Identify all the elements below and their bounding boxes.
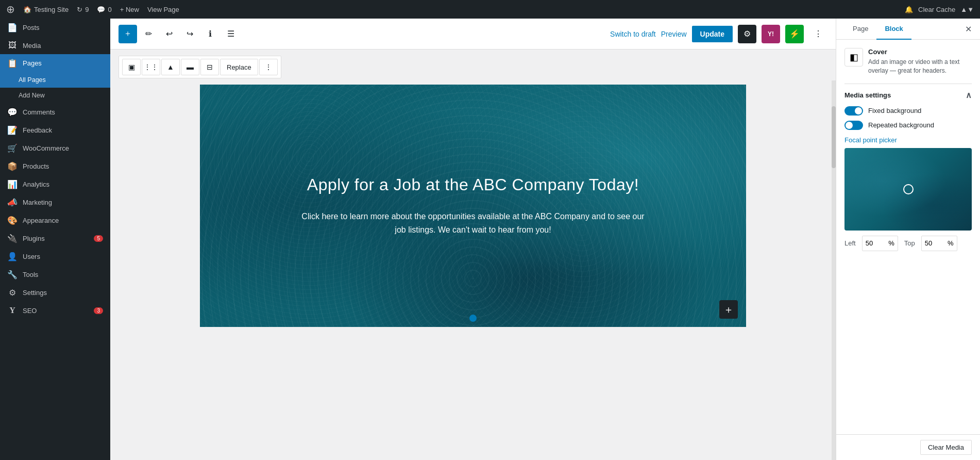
switch-draft-button[interactable]: Switch to draft [610, 30, 656, 38]
comments-icon: 💬 [7, 107, 18, 117]
replace-button[interactable]: Replace [220, 59, 258, 75]
width-button[interactable]: ⊟ [200, 59, 219, 75]
panel-close-button[interactable]: ✕ [965, 24, 972, 34]
media-icon: 🖼 [7, 41, 18, 50]
settings-panel-button[interactable]: ⚙ [738, 25, 756, 43]
panel-footer: Clear Media [836, 434, 980, 460]
right-panel: Page Block ✕ ◧ Cover Add an image or vid… [836, 19, 980, 460]
add-block-button[interactable]: ＋ [119, 25, 137, 43]
block-type-button[interactable]: ▣ [122, 59, 141, 75]
comment-icon: 💬 [97, 6, 105, 13]
pages-icon: 📋 [7, 58, 18, 68]
sidebar-item-products[interactable]: 📦 Products [0, 157, 110, 175]
update-button[interactable]: Update [692, 26, 733, 42]
list-view-button[interactable]: ☰ [222, 25, 240, 43]
media-settings-chevron[interactable]: ∧ [966, 90, 972, 100]
divider-1 [844, 84, 972, 84]
seo-icon: Y [7, 306, 18, 315]
marketing-icon: 📣 [7, 198, 18, 207]
block-toolbar: ▣ ⋮⋮ ▲ ▬ ⊟ Replace ⋮ [119, 56, 281, 78]
clear-cache[interactable]: Clear Cache [918, 6, 955, 13]
scrollbar-track[interactable] [832, 80, 836, 460]
block-name: Cover [868, 48, 972, 56]
cover-description[interactable]: Click here to learn more about the oppor… [298, 210, 648, 236]
undo-button[interactable]: ↩ [160, 25, 178, 43]
users-icon: 👤 [7, 252, 18, 261]
block-more-button[interactable]: ⋮ [259, 59, 278, 75]
sidebar-item-media[interactable]: 🖼 Media [0, 37, 110, 54]
settings-icon: ⚙ [7, 288, 18, 298]
products-icon: 📦 [7, 161, 18, 171]
fixed-background-row: Fixed background [844, 106, 972, 116]
sidebar-item-add-new[interactable]: Add New [0, 88, 110, 103]
sidebar-item-comments[interactable]: 💬 Comments [0, 103, 110, 121]
info-button[interactable]: ℹ [201, 25, 219, 43]
repeated-background-toggle[interactable] [844, 121, 863, 130]
sidebar-item-woocommerce[interactable]: 🛒 WooCommerce [0, 139, 110, 157]
yoast-button[interactable]: Y! [762, 25, 780, 43]
left-value-input[interactable]: 50 % [862, 236, 898, 251]
cover-bottom-dot[interactable] [469, 315, 477, 322]
wordpress-icon[interactable]: ⊕ [6, 3, 15, 15]
new-content[interactable]: + New [120, 6, 139, 13]
move-up-button[interactable]: ▲ [161, 59, 180, 75]
sidebar-item-pages[interactable]: 📋 Pages [0, 54, 110, 72]
site-name[interactable]: 🏠 Testing Site [23, 6, 69, 13]
cover-content: Apply for a Job at the ABC Company Today… [288, 165, 658, 247]
editor-main[interactable]: Apply for a Job at the ABC Company Today… [110, 80, 836, 460]
focal-point-preview[interactable] [844, 148, 972, 231]
view-page[interactable]: View Page [147, 6, 179, 13]
sidebar-item-tools[interactable]: 🔧 Tools [0, 266, 110, 284]
preview-button[interactable]: Preview [661, 30, 687, 38]
sidebar-item-appearance[interactable]: 🎨 Appearance [0, 211, 110, 229]
appearance-icon: 🎨 [7, 216, 18, 225]
add-block-inner-button[interactable]: ＋ [719, 300, 738, 319]
content-area: ＋ ✏ ↩ ↪ ℹ ☰ Switch to draft Preview Upda… [110, 19, 836, 460]
tools-icon: 🔧 [7, 270, 18, 280]
edit-mode-button[interactable]: ✏ [139, 25, 158, 43]
align-button[interactable]: ▬ [181, 59, 199, 75]
sidebar-item-settings[interactable]: ⚙ Settings [0, 284, 110, 302]
cover-title[interactable]: Apply for a Job at the ABC Company Today… [298, 175, 648, 194]
clear-media-button[interactable]: Clear Media [920, 440, 972, 455]
drag-handle-button[interactable]: ⋮⋮ [142, 59, 160, 75]
focal-point-label[interactable]: Focal point picker [844, 136, 972, 144]
woo-icon: 🛒 [7, 143, 18, 153]
plugins-icon: 🔌 [7, 234, 18, 243]
tab-page[interactable]: Page [844, 19, 876, 40]
performance-button[interactable]: ⚡ [785, 25, 804, 43]
home-icon: 🏠 [23, 6, 31, 13]
more-options-button[interactable]: ⋮ [809, 25, 827, 43]
focal-point-coords: Left 50 % Top 50 % [844, 236, 972, 251]
sidebar-item-seo[interactable]: Y SEO 3 [0, 302, 110, 319]
feedback-icon: 📝 [7, 125, 18, 135]
top-value-input[interactable]: 50 % [921, 236, 957, 251]
sidebar-item-posts[interactable]: 📄 Posts [0, 19, 110, 37]
scrollbar-thumb[interactable] [832, 106, 836, 168]
sidebar-item-marketing[interactable]: 📣 Marketing [0, 193, 110, 211]
sidebar-item-plugins[interactable]: 🔌 Plugins 5 [0, 229, 110, 248]
admin-bar: ⊕ 🏠 Testing Site ↻ 9 💬 0 + New View Page… [0, 0, 980, 19]
focal-point-dot[interactable] [903, 184, 914, 194]
cover-block[interactable]: Apply for a Job at the ABC Company Today… [200, 85, 746, 327]
sidebar: 📄 Posts 🖼 Media 📋 Pages All Pages Add Ne… [0, 19, 110, 460]
fixed-background-toggle[interactable] [844, 106, 863, 116]
sidebar-item-feedback[interactable]: 📝 Feedback [0, 121, 110, 139]
editor-toolbar: ＋ ✏ ↩ ↪ ℹ ☰ Switch to draft Preview Upda… [110, 19, 836, 50]
panel-tabs: Page Block ✕ [836, 19, 980, 40]
sidebar-item-users[interactable]: 👤 Users [0, 248, 110, 266]
tab-block[interactable]: Block [876, 19, 911, 40]
comment-count[interactable]: 💬 0 [97, 6, 111, 13]
updates-icon: ↻ [77, 6, 82, 13]
comments-count[interactable]: ↻ 9 [77, 6, 89, 13]
main-layout: 📄 Posts 🖼 Media 📋 Pages All Pages Add Ne… [0, 19, 980, 460]
block-description: Add an image or video with a text overla… [868, 58, 972, 75]
left-label: Left [844, 239, 856, 247]
fixed-background-label: Fixed background [868, 107, 921, 114]
user-avatar: ▲▼ [960, 6, 974, 13]
block-info: ◧ Cover Add an image or video with a tex… [844, 48, 972, 75]
sidebar-item-all-pages[interactable]: All Pages [0, 72, 110, 88]
sidebar-item-analytics[interactable]: 📊 Analytics [0, 175, 110, 193]
top-label: Top [904, 239, 915, 247]
redo-button[interactable]: ↪ [180, 25, 199, 43]
